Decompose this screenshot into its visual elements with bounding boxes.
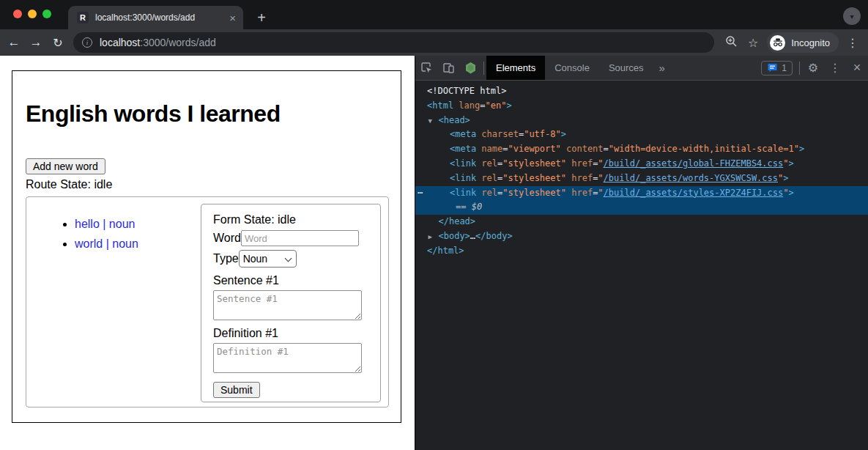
browser-toolbar: ← → ↻ i localhost:3000/words/add ☆ Incog… xyxy=(0,29,868,56)
dom-tree-row[interactable]: <link rel="stylesheet" href="/build/_ass… xyxy=(415,171,868,186)
code-segment-tag: > xyxy=(561,129,566,139)
back-button[interactable]: ← xyxy=(3,35,25,50)
code-segment-plain xyxy=(561,144,566,154)
definition-textarea[interactable] xyxy=(213,343,362,373)
code-segment-val: " xyxy=(598,158,603,169)
code-segment-tag: <meta xyxy=(450,129,476,139)
code-segment-tag: <body> xyxy=(439,231,470,241)
definition-label: Definition #1 xyxy=(213,327,368,340)
dom-tree-row[interactable]: ⋯<link rel="stylesheet" href="/build/_as… xyxy=(415,186,868,201)
devtools-tab-elements[interactable]: Elements xyxy=(486,56,545,80)
forward-button[interactable]: → xyxy=(25,35,47,50)
more-tabs-icon[interactable]: » xyxy=(653,62,671,74)
submit-button[interactable]: Submit xyxy=(213,382,260,398)
devtools-panel: ElementsConsoleSources » 1 ⚙ ⋮ × <!DOCTY… xyxy=(415,56,868,450)
word-input[interactable] xyxy=(241,230,359,246)
site-info-icon[interactable]: i xyxy=(82,37,92,48)
reload-button[interactable]: ↻ xyxy=(47,36,69,50)
toolbar-divider xyxy=(483,62,484,75)
dom-tree-row[interactable]: <meta charset="utf-8"> xyxy=(415,128,868,142)
inspect-element-icon[interactable] xyxy=(415,56,437,80)
devtools-tab-console[interactable]: Console xyxy=(545,56,599,80)
code-segment-plain: <!DOCTYPE html> xyxy=(427,86,506,96)
dom-tree-row[interactable]: <!DOCTYPE html> xyxy=(415,84,868,99)
type-select[interactable]: Noun xyxy=(239,250,297,268)
code-segment-val: "stylesheet" xyxy=(502,173,566,183)
code-segment-tag: </head> xyxy=(439,216,476,226)
settings-gear-icon[interactable]: ⚙ xyxy=(802,56,824,80)
app-container: English words I learned Add new word Rou… xyxy=(12,70,401,423)
word-link[interactable]: hello | noun xyxy=(75,218,135,230)
code-segment-plain: = xyxy=(480,100,485,111)
code-segment-val: "utf-8" xyxy=(524,129,561,139)
incognito-label: Incognito xyxy=(791,37,830,48)
url-host: localhost xyxy=(100,37,140,48)
code-segment-tag: > xyxy=(506,100,511,111)
minimize-window-button[interactable] xyxy=(28,10,37,18)
issues-bubble-icon xyxy=(767,63,778,73)
issues-button[interactable]: 1 xyxy=(761,61,793,75)
code-segment-link: /build/_assets/styles-XP2Z4FIJ.css xyxy=(604,188,784,198)
incognito-badge: Incognito xyxy=(767,32,839,53)
code-segment-dollar: $0 xyxy=(472,202,482,212)
node-devtools-icon[interactable] xyxy=(459,56,481,80)
devtools-toolbar: ElementsConsoleSources » 1 ⚙ ⋮ × xyxy=(415,56,868,81)
dom-tree-row[interactable]: <link rel="stylesheet" href="/build/_ass… xyxy=(415,157,868,171)
zoom-icon[interactable] xyxy=(720,35,742,51)
word-link[interactable]: world | noun xyxy=(75,237,138,250)
add-new-word-button[interactable]: Add new word xyxy=(26,158,105,174)
code-segment-attr: content xyxy=(566,144,604,154)
tab-search-button[interactable]: ▾ xyxy=(843,7,861,25)
magnifier-plus-icon xyxy=(725,35,738,48)
incognito-icon xyxy=(770,35,785,51)
code-segment-val: " xyxy=(598,188,603,198)
code-segment-tag: <link xyxy=(450,173,476,183)
browser-tab[interactable]: R localhost:3000/words/add × xyxy=(68,6,243,29)
tab-close-icon[interactable]: × xyxy=(229,12,236,24)
web-page: English words I learned Add new word Rou… xyxy=(0,56,415,450)
word-list-item: world | noun xyxy=(75,237,138,251)
browser-window: R localhost:3000/words/add × + ▾ ← → ↻ i… xyxy=(0,0,868,450)
dom-tree-row[interactable]: ▼<head> xyxy=(415,114,868,128)
close-window-button[interactable] xyxy=(13,10,22,18)
address-bar[interactable]: i localhost:3000/words/add xyxy=(73,32,714,53)
code-segment-tag: <link xyxy=(450,188,476,198)
dom-tree-row[interactable]: ▶<body>…</body> xyxy=(415,229,868,244)
code-segment-tag: <html xyxy=(427,100,453,111)
code-segment-attr: rel xyxy=(481,188,497,198)
device-toolbar-icon[interactable] xyxy=(437,56,459,80)
form-state-text: Form State: idle xyxy=(213,213,368,226)
collapsed-arrow-icon[interactable]: ▶ xyxy=(429,230,432,245)
code-segment-val: "viewport" xyxy=(508,144,561,154)
dom-tree-row[interactable]: <html lang="en"> xyxy=(415,99,868,114)
dom-tree: <!DOCTYPE html><html lang="en">▼<head><m… xyxy=(415,81,868,450)
code-segment-eq: == xyxy=(456,202,472,212)
chevron-down-icon: ▾ xyxy=(850,12,853,21)
url-path: :3000/words/add xyxy=(140,37,216,48)
tab-strip: R localhost:3000/words/add × + ▾ xyxy=(0,0,868,29)
devtools-close-icon[interactable]: × xyxy=(846,56,868,80)
words-list: hello | nounworld | noun xyxy=(45,218,138,257)
maximize-window-button[interactable] xyxy=(42,10,51,18)
code-segment-val: "stylesheet" xyxy=(502,158,566,169)
devtools-menu-icon[interactable]: ⋮ xyxy=(824,56,846,80)
dom-tree-row[interactable]: == $0 xyxy=(415,200,868,215)
browser-menu-icon[interactable]: ⋮ xyxy=(842,36,864,50)
expanded-arrow-icon[interactable]: ▼ xyxy=(429,114,432,129)
devtools-tab-sources[interactable]: Sources xyxy=(599,56,653,80)
code-segment-tag: > xyxy=(799,144,804,154)
dom-tree-row[interactable]: </head> xyxy=(415,215,868,229)
code-segment-attr: href xyxy=(571,188,593,198)
new-tab-button[interactable]: + xyxy=(251,7,272,28)
dom-tree-row[interactable]: </html> xyxy=(415,244,868,259)
dom-tree-row[interactable]: <meta name="viewport" content="width=dev… xyxy=(415,142,868,157)
sentence-textarea[interactable] xyxy=(213,290,362,320)
code-segment-plain: = xyxy=(604,144,609,154)
row-actions-icon[interactable]: ⋯ xyxy=(418,186,423,201)
code-segment-tag: > xyxy=(788,188,793,198)
code-segment-attr: href xyxy=(571,158,593,169)
code-segment-tag: > xyxy=(783,173,788,183)
bookmark-star-icon[interactable]: ☆ xyxy=(742,36,764,50)
window-controls xyxy=(13,10,51,18)
word-label: Word xyxy=(213,232,241,245)
